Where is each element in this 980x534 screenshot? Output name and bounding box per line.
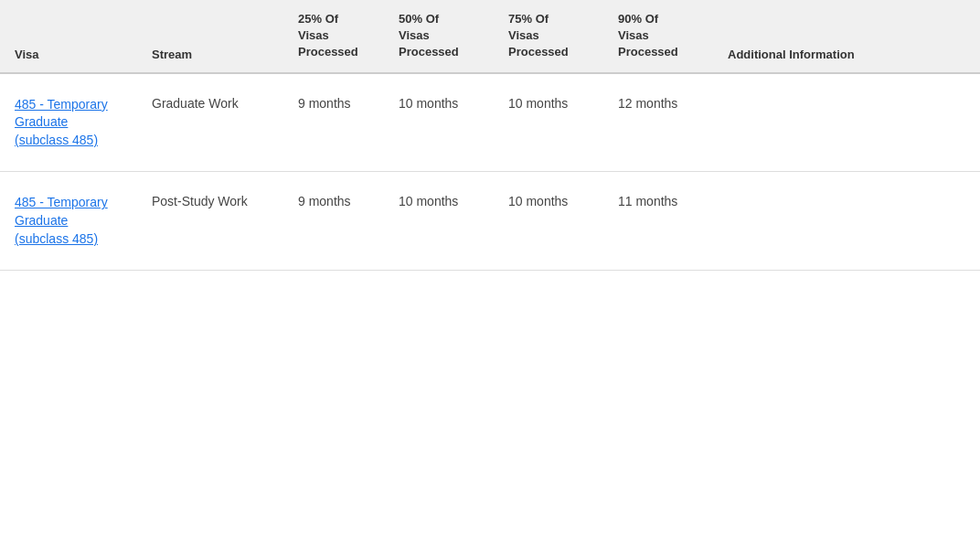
col-header-25pct: 25% Of Visas Processed [283,0,384,73]
additional-cell [713,172,980,271]
p75-cell: 10 months [494,73,603,172]
p50-cell: 10 months [384,172,494,271]
visa-link[interactable]: 485 - Temporary Graduate (subclass 485) [15,194,122,248]
col-header-visa: Visa [0,0,137,73]
visa-link[interactable]: 485 - Temporary Graduate (subclass 485) [15,96,122,150]
stream-cell: Graduate Work [137,73,283,172]
visa-cell: 485 - Temporary Graduate (subclass 485) [0,172,137,271]
p90-cell: 11 months [603,172,713,271]
col-header-50pct: 50% Of Visas Processed [384,0,494,73]
p90-cell: 12 months [603,73,713,172]
col-header-75pct: 75% Of Visas Processed [494,0,603,73]
table-header-row: Visa Stream 25% Of Visas Processed 50% O… [0,0,980,73]
p75-cell: 10 months [494,172,603,271]
additional-cell [713,73,980,172]
col-header-additional: Additional Information [713,0,980,73]
p25-cell: 9 months [283,73,384,172]
processing-times-table: Visa Stream 25% Of Visas Processed 50% O… [0,0,980,271]
table-row: 485 - Temporary Graduate (subclass 485)P… [0,172,980,271]
table-row: 485 - Temporary Graduate (subclass 485)G… [0,73,980,172]
visa-cell: 485 - Temporary Graduate (subclass 485) [0,73,137,172]
col-header-stream: Stream [137,0,283,73]
col-header-90pct: 90% Of Visas Processed [603,0,713,73]
p25-cell: 9 months [283,172,384,271]
stream-cell: Post-Study Work [137,172,283,271]
p50-cell: 10 months [384,73,494,172]
